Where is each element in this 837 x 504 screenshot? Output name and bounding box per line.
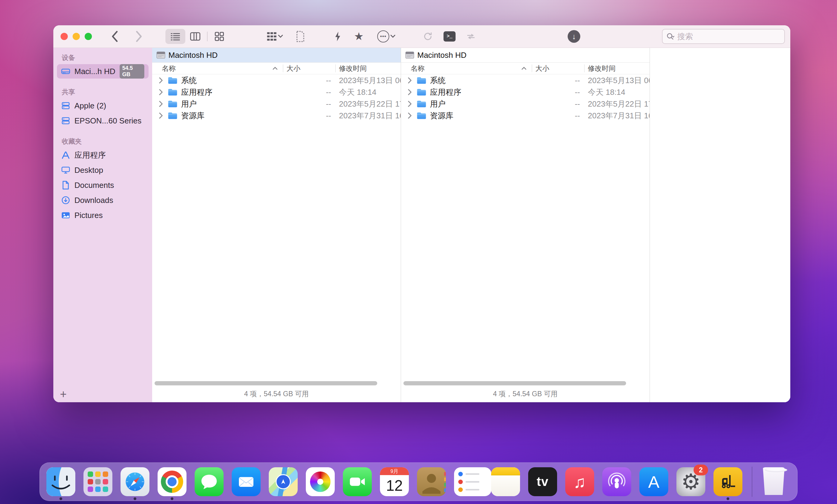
sidebar-section-title: 设备 bbox=[53, 53, 152, 62]
finder-icon[interactable] bbox=[47, 467, 75, 496]
column-header-modified[interactable]: 修改时间 bbox=[339, 64, 367, 73]
window-body: 设备Maci...h HD54.5 GB共享Apple (2)EPSON...6… bbox=[53, 48, 790, 402]
download-button[interactable]: ↓ bbox=[566, 29, 583, 44]
apple-tv-label: tv bbox=[537, 474, 548, 489]
photos-icon[interactable] bbox=[306, 467, 335, 496]
column-header-size[interactable]: 大小 bbox=[535, 64, 549, 73]
sidebar-item-label: Desktop bbox=[74, 166, 103, 175]
disclosure-triangle[interactable] bbox=[159, 77, 163, 84]
chrome-icon[interactable] bbox=[158, 467, 186, 496]
file-row[interactable]: 用户--2023年5月22日 17 bbox=[152, 98, 401, 110]
file-row[interactable]: 资源库--2023年7月31日 16 bbox=[401, 110, 649, 122]
hard-drive-icon bbox=[61, 67, 70, 76]
file-row[interactable]: 系统--2023年5月13日 06 bbox=[152, 74, 401, 86]
music-icon[interactable]: ♫ bbox=[565, 467, 594, 496]
file-row[interactable]: 系统--2023年5月13日 06 bbox=[401, 74, 649, 86]
trash-icon[interactable] bbox=[762, 467, 790, 496]
sidebar-item-label: Downloads bbox=[74, 196, 113, 205]
favorites-button[interactable]: ★ bbox=[351, 29, 367, 44]
column-header-name[interactable]: 名称 bbox=[162, 64, 176, 73]
podcasts-icon[interactable] bbox=[602, 467, 631, 496]
back-button[interactable] bbox=[106, 29, 123, 44]
quick-actions-button[interactable] bbox=[329, 29, 346, 44]
file-row[interactable]: 资源库--2023年7月31日 16 bbox=[152, 110, 401, 122]
sidebar-item-apple-2[interactable]: Apple (2) bbox=[57, 98, 148, 113]
pictures-icon bbox=[61, 211, 70, 220]
pane-status-bar: 4 项，54.54 GB 可用 bbox=[152, 389, 401, 399]
maps-icon[interactable] bbox=[269, 467, 298, 496]
pane-path-bar[interactable]: Macintosh HD bbox=[152, 48, 401, 63]
app-store-icon[interactable]: A bbox=[639, 467, 668, 496]
system-preferences-icon[interactable]: ⚙2 bbox=[676, 467, 705, 496]
disclosure-triangle[interactable] bbox=[159, 100, 163, 107]
icon-view-button[interactable] bbox=[209, 29, 229, 44]
disclosure-triangle[interactable] bbox=[408, 77, 412, 84]
file-list: 系统--2023年5月13日 06应用程序--今天 18:14用户--2023年… bbox=[152, 74, 401, 122]
column-header-size[interactable]: 大小 bbox=[287, 64, 300, 73]
forward-button[interactable] bbox=[130, 29, 147, 44]
forklift-icon[interactable] bbox=[713, 467, 742, 496]
sidebar-item-epson-series[interactable]: EPSON...60 Series bbox=[57, 113, 148, 128]
sidebar-item-desktop[interactable]: Desktop bbox=[57, 163, 148, 177]
launchpad-icon[interactable] bbox=[84, 467, 112, 496]
more-actions-button[interactable]: ••• bbox=[373, 29, 399, 44]
sidebar-item-documents[interactable]: Documents bbox=[57, 178, 148, 192]
search-field[interactable] bbox=[662, 29, 785, 44]
facetime-icon[interactable] bbox=[343, 467, 372, 496]
terminal-icon: >_ bbox=[444, 31, 456, 41]
reminders-icon[interactable] bbox=[454, 467, 483, 496]
notes-icon[interactable] bbox=[491, 467, 520, 496]
sort-ascending-icon bbox=[521, 67, 527, 70]
sidebar-section: 共享Apple (2)EPSON...60 Series bbox=[53, 88, 152, 128]
mail-icon[interactable] bbox=[232, 467, 261, 496]
add-button[interactable]: + bbox=[60, 388, 67, 400]
preview-button[interactable] bbox=[291, 29, 308, 44]
calendar-icon[interactable]: 9月12 bbox=[380, 467, 409, 496]
close-button[interactable] bbox=[60, 33, 68, 40]
minimize-button[interactable] bbox=[73, 33, 80, 40]
sidebar-item-downloads[interactable]: Downloads bbox=[57, 193, 148, 207]
file-row[interactable]: 应用程序--今天 18:14 bbox=[401, 86, 649, 98]
zoom-button[interactable] bbox=[85, 33, 92, 40]
file-row[interactable]: 应用程序--今天 18:14 bbox=[152, 86, 401, 98]
apple-tv-icon[interactable]: tv bbox=[528, 467, 557, 496]
list-view-button[interactable] bbox=[165, 29, 185, 44]
pane-title-label: Macintosh HD bbox=[417, 51, 466, 60]
horizontal-scrollbar[interactable] bbox=[155, 381, 377, 385]
sidebar-item-pictures[interactable]: Pictures bbox=[57, 208, 148, 223]
pane-path-bar[interactable]: Macintosh HD bbox=[401, 48, 649, 63]
disclosure-triangle[interactable] bbox=[408, 100, 412, 107]
disclosure-triangle[interactable] bbox=[408, 112, 412, 119]
column-view-button[interactable] bbox=[185, 29, 205, 44]
transfer-button[interactable] bbox=[462, 29, 479, 44]
sidebar-item-label: 应用程序 bbox=[74, 150, 106, 161]
column-header-name[interactable]: 名称 bbox=[411, 64, 425, 73]
safari-icon[interactable] bbox=[121, 467, 149, 496]
file-modified-date: 2023年5月13日 06 bbox=[339, 75, 401, 86]
disclosure-triangle[interactable] bbox=[159, 89, 163, 95]
search-input[interactable] bbox=[677, 32, 781, 41]
horizontal-scrollbar[interactable] bbox=[404, 381, 626, 385]
folder-icon bbox=[168, 76, 177, 84]
disclosure-triangle[interactable] bbox=[408, 89, 412, 95]
sidebar-item-macintosh-hd[interactable]: Maci...h HD54.5 GB bbox=[57, 64, 148, 79]
disclosure-triangle[interactable] bbox=[159, 112, 163, 119]
column-divider[interactable] bbox=[283, 64, 283, 72]
file-row[interactable]: 用户--2023年5月22日 17 bbox=[401, 98, 649, 110]
contacts-icon[interactable] bbox=[417, 467, 446, 496]
file-modified-date: 2023年5月13日 06 bbox=[588, 75, 650, 86]
messages-icon[interactable] bbox=[195, 467, 224, 496]
column-header-modified[interactable]: 修改时间 bbox=[588, 64, 616, 73]
sidebar-item-applications[interactable]: 应用程序 bbox=[57, 148, 148, 162]
file-size: -- bbox=[532, 87, 580, 97]
group-by-button[interactable] bbox=[261, 29, 288, 44]
column-divider[interactable] bbox=[335, 64, 336, 72]
sidebar-item-label: Apple (2) bbox=[74, 101, 106, 111]
sync-button[interactable] bbox=[420, 29, 436, 44]
terminal-button[interactable]: >_ bbox=[441, 29, 458, 44]
column-headers: 名称大小修改时间 bbox=[401, 63, 649, 74]
column-divider[interactable] bbox=[584, 64, 585, 72]
hard-drive-icon bbox=[156, 51, 165, 59]
calendar-day-label: 12 bbox=[380, 475, 409, 496]
dock-separator bbox=[752, 467, 752, 497]
